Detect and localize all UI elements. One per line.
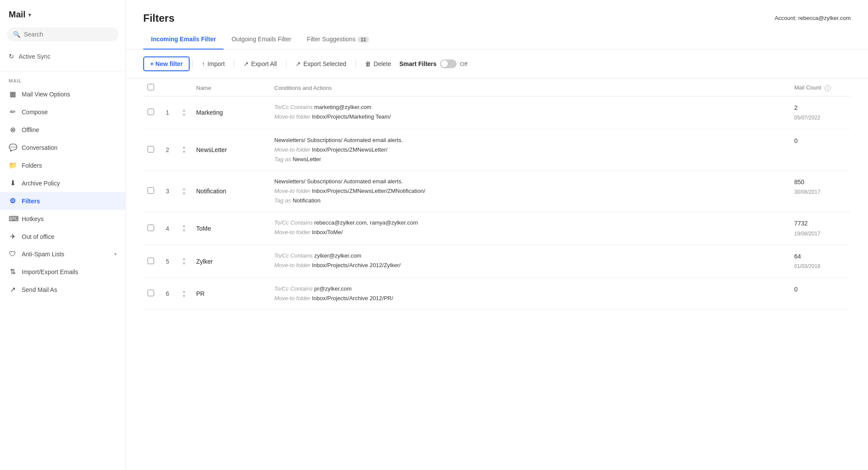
condition-value: Notification xyxy=(293,197,320,204)
row-number: 1 xyxy=(159,96,176,129)
separator-2 xyxy=(234,59,234,69)
row-conditions: To/Cc Contains zylker@zylker.comMove-to … xyxy=(270,245,790,278)
row-number: 3 xyxy=(159,171,176,212)
condition-label: To/Cc Contains xyxy=(274,104,314,110)
row-mail-count: 6401/03/2018 xyxy=(790,245,851,278)
sort-arrows-icon[interactable]: ▲▼ xyxy=(181,224,187,233)
mail-count-date: 19/08/2017 xyxy=(794,229,846,239)
header-name-col: Name xyxy=(192,79,270,96)
row-checkbox-5[interactable] xyxy=(148,258,154,264)
condition-value: pr@zylker.com xyxy=(314,285,352,292)
sidebar-item-mail-view-options[interactable]: ▦Mail View Options xyxy=(0,85,125,103)
sidebar-item-offline[interactable]: ⊗Offline xyxy=(0,121,125,139)
condition-value: Newsletters/ Subscriptions/ Automated em… xyxy=(274,178,403,185)
sidebar-section-mail: MAIL xyxy=(0,75,125,85)
mail-count-number: 2 xyxy=(794,103,846,113)
mail-count-number: 64 xyxy=(794,251,846,262)
row-checkbox-1[interactable] xyxy=(148,109,154,115)
table-row: 4▲▼ToMeTo/Cc Contains rebecca@zylker.com… xyxy=(143,212,851,245)
sidebar-item-filters[interactable]: ⚙Filters xyxy=(0,192,125,210)
sidebar-item-out-of-office[interactable]: ✈Out of office xyxy=(0,228,125,245)
sidebar-divider-top xyxy=(0,71,125,71)
toggle-knob xyxy=(441,60,448,67)
sort-arrows-icon[interactable]: ▲▼ xyxy=(181,145,187,154)
search-input[interactable] xyxy=(24,31,112,38)
condition-value: Inbox/Projects/Archive 2012/Zylker/ xyxy=(312,262,401,268)
sidebar-item-import-export[interactable]: ⇅Import/Export Emails xyxy=(0,263,125,281)
condition-value: zylker@zylker.com xyxy=(314,252,362,259)
row-conditions: Newsletters/ Subscriptions/ Automated em… xyxy=(270,171,790,212)
tab-badge-suggestions: 11 xyxy=(358,36,369,43)
table-row: 3▲▼NotificationNewsletters/ Subscription… xyxy=(143,171,851,212)
sort-arrows-icon[interactable]: ▲▼ xyxy=(181,108,187,117)
row-name: PR xyxy=(192,278,270,309)
export-selected-button[interactable]: ↗ Export Selected xyxy=(289,57,353,71)
sidebar-item-label-hotkeys: Hotkeys xyxy=(22,215,117,222)
compose-icon: ✏ xyxy=(9,108,16,116)
separator-1 xyxy=(192,59,193,69)
row-checkbox-cell xyxy=(143,171,159,212)
condition-value: Inbox/Projects/ZMNewsLetter/ xyxy=(312,146,388,153)
import-button[interactable]: ↑ Import xyxy=(195,57,231,71)
table-row: 1▲▼MarketingTo/Cc Contains marketing@zyl… xyxy=(143,96,851,129)
new-filter-button[interactable]: + New filter xyxy=(143,56,190,71)
out-of-office-icon: ✈ xyxy=(9,232,16,241)
account-email: rebecca@zylker.com xyxy=(798,15,851,21)
row-mail-count: 85030/08/2017 xyxy=(790,171,851,212)
sidebar-item-label-filters: Filters xyxy=(22,198,117,205)
row-checkbox-4[interactable] xyxy=(148,225,154,231)
row-sort-cell: ▲▼ xyxy=(176,171,192,212)
export-all-button[interactable]: ↗ Export All xyxy=(237,57,283,71)
sidebar-title-area[interactable]: Mail ▾ xyxy=(0,0,125,24)
row-name: Zylker xyxy=(192,245,270,278)
app-title: Mail xyxy=(9,10,26,20)
sidebar-item-label-compose: Compose xyxy=(22,109,117,116)
table-row: 2▲▼NewsLetterNewsletters/ Subscriptions/… xyxy=(143,129,851,170)
row-checkbox-cell xyxy=(143,212,159,245)
sidebar-item-archive-policy[interactable]: ⬇Archive Policy xyxy=(0,174,125,192)
folders-icon: 📁 xyxy=(9,161,16,169)
row-checkbox-cell xyxy=(143,245,159,278)
row-checkbox-cell xyxy=(143,96,159,129)
tab-label-outgoing: Outgoing Emails Filter xyxy=(231,36,291,43)
mail-count-info-icon[interactable]: i xyxy=(825,85,831,91)
import-icon: ↑ xyxy=(202,60,205,67)
page-header: Filters Account: rebecca@zylker.com xyxy=(126,0,868,24)
row-checkbox-6[interactable] xyxy=(148,290,154,296)
sidebar-item-send-mail-as[interactable]: ↗Send Mail As xyxy=(0,281,125,298)
sidebar-item-hotkeys[interactable]: ⌨Hotkeys xyxy=(0,210,125,228)
sidebar-nav: ▦Mail View Options✏Compose⊗Offline💬Conve… xyxy=(0,85,125,298)
sidebar-item-conversation[interactable]: 💬Conversation xyxy=(0,139,125,156)
row-conditions: To/Cc Contains rebecca@zylker.com, ramya… xyxy=(270,212,790,245)
export-selected-icon: ↗ xyxy=(296,60,301,67)
sidebar-item-compose[interactable]: ✏Compose xyxy=(0,103,125,121)
condition-value: NewsLetter xyxy=(293,156,321,162)
tab-suggestions[interactable]: Filter Suggestions11 xyxy=(299,31,377,50)
row-conditions: To/Cc Contains pr@zylker.comMove-to fold… xyxy=(270,278,790,309)
row-checkbox-2[interactable] xyxy=(148,146,154,152)
delete-button[interactable]: 🗑 Delete xyxy=(358,57,398,71)
sort-arrows-icon[interactable]: ▲▼ xyxy=(181,257,187,266)
condition-label: To/Cc Contains xyxy=(274,252,314,259)
tab-incoming[interactable]: Incoming Emails Filter xyxy=(143,31,224,50)
sort-arrows-icon[interactable]: ▲▼ xyxy=(181,187,187,196)
smart-filters-toggle[interactable] xyxy=(440,60,457,68)
row-mail-count: 0 xyxy=(790,129,851,170)
active-sync-item[interactable]: ↻ Active Sync xyxy=(0,48,125,65)
smart-filters-label: Smart Filters xyxy=(399,60,437,67)
archive-policy-icon: ⬇ xyxy=(9,179,16,187)
search-container[interactable]: 🔍 xyxy=(7,27,118,41)
sidebar-item-anti-spam[interactable]: 🛡Anti-Spam Lists▾ xyxy=(0,245,125,263)
tab-label-incoming: Incoming Emails Filter xyxy=(151,36,216,43)
select-all-checkbox[interactable] xyxy=(148,84,154,90)
condition-value: Inbox/Projects/ZMNewsLetter/ZMNotificati… xyxy=(312,188,425,194)
row-checkbox-cell xyxy=(143,129,159,170)
row-checkbox-3[interactable] xyxy=(148,187,154,194)
sort-arrows-icon[interactable]: ▲▼ xyxy=(181,289,187,298)
row-sort-cell: ▲▼ xyxy=(176,212,192,245)
tab-outgoing[interactable]: Outgoing Emails Filter xyxy=(224,31,299,50)
sidebar-item-folders[interactable]: 📁Folders xyxy=(0,156,125,174)
filter-table-body: 1▲▼MarketingTo/Cc Contains marketing@zyl… xyxy=(143,96,851,310)
sidebar: Mail ▾ 🔍 ↻ Active Sync MAIL ▦Mail View O… xyxy=(0,0,126,470)
conversation-icon: 💬 xyxy=(9,143,16,152)
